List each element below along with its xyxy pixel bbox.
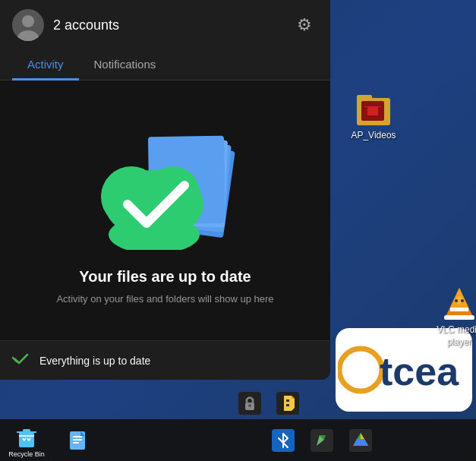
vlc-icon[interactable]: VLC media player: [429, 285, 476, 348]
svg-rect-34: [73, 436, 82, 437]
pen-icon: [311, 429, 333, 452]
svg-rect-47: [286, 402, 289, 404]
main-title: Your files are up to date: [79, 268, 251, 286]
svg-rect-29: [19, 432, 34, 447]
sub-title: Activity on your files and folders will …: [56, 293, 273, 305]
vlc-label: VLC media player: [429, 324, 476, 348]
panel-tabs: Activity Notifications: [0, 50, 330, 81]
svg-point-44: [248, 404, 251, 407]
svg-point-17: [461, 299, 464, 302]
svg-rect-8: [364, 107, 367, 115]
vlc-cone-icon: [440, 285, 476, 324]
taskbar-file-icon: [65, 428, 90, 453]
status-text: Everything is up to date: [39, 355, 150, 367]
svg-point-16: [455, 299, 458, 302]
taskbar-icon-2[interactable]: [59, 422, 96, 459]
svg-rect-35: [73, 439, 82, 440]
bluetooth-icon: [272, 429, 295, 452]
status-check-icon: [12, 349, 30, 371]
tab-notifications[interactable]: Notifications: [79, 50, 172, 81]
taskbar: Recycle Bin: [0, 419, 476, 461]
avatar[interactable]: [12, 9, 44, 41]
svg-rect-6: [364, 104, 381, 106]
svg-rect-14: [444, 315, 474, 320]
taskbar-lock[interactable]: [232, 385, 268, 422]
ap-videos-label: AP_Videos: [351, 130, 396, 142]
recycle-bin-icon: [13, 423, 40, 450]
recycle-bin-taskbar[interactable]: Recycle Bin: [4, 423, 49, 458]
svg-rect-3: [357, 95, 372, 101]
svg-rect-12: [450, 308, 468, 311]
svg-rect-9: [378, 107, 381, 115]
lock-icon: [238, 392, 261, 415]
desktop: tcea AP_Videos: [0, 0, 476, 461]
svg-rect-13: [450, 311, 468, 315]
recycle-bin-label: Recycle Bin: [8, 450, 45, 458]
svg-rect-36: [73, 442, 79, 444]
status-bar: Everything is up to date: [0, 340, 330, 380]
folder-icon: [355, 87, 392, 130]
svg-rect-48: [286, 404, 289, 406]
panel-header: 2 accounts ⚙: [0, 0, 330, 50]
taskbar-pen[interactable]: [304, 422, 340, 459]
tab-activity[interactable]: Activity: [12, 50, 79, 81]
svg-rect-7: [364, 115, 381, 118]
svg-point-19: [22, 15, 34, 27]
taskbar-zip[interactable]: [270, 385, 306, 422]
sync-illustration: [82, 117, 249, 250]
svg-point-0: [339, 349, 382, 391]
svg-rect-46: [286, 399, 289, 402]
panel-content: Your files are up to date Activity on yo…: [0, 81, 330, 340]
taskbar-gdrive[interactable]: [342, 422, 379, 459]
avatar-image: [12, 9, 44, 41]
gdrive-panel: 2 accounts ⚙ Activity Notifications: [0, 0, 330, 380]
zip-icon: [276, 392, 299, 415]
taskbar-bluetooth[interactable]: [265, 422, 301, 459]
accounts-count: 2 accounts: [53, 17, 291, 33]
gdrive-icon: [349, 429, 372, 452]
svg-text:tcea: tcea: [380, 349, 459, 393]
ap-videos-icon[interactable]: AP_Videos: [343, 87, 404, 142]
settings-button[interactable]: ⚙: [291, 11, 318, 39]
